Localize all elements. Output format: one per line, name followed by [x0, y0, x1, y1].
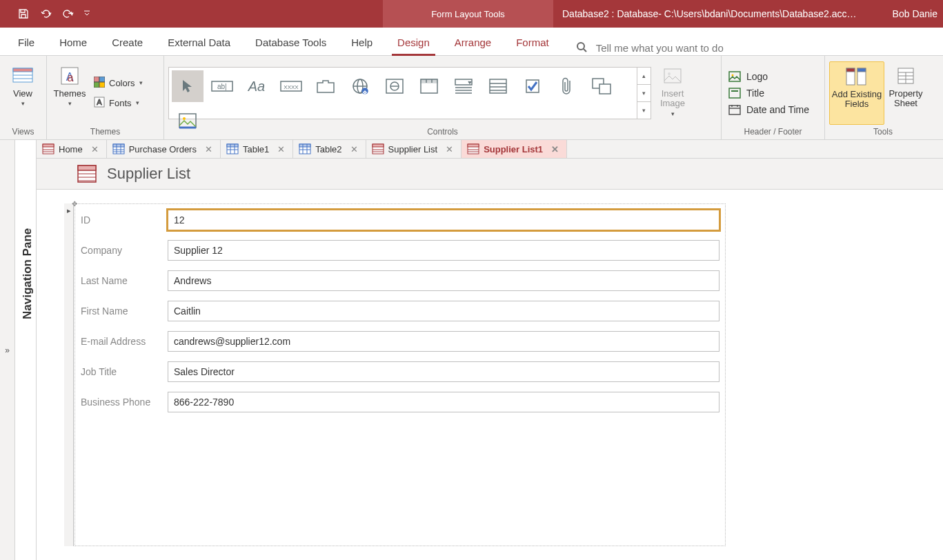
field-label[interactable]: First Name: [81, 306, 168, 317]
colors-button[interactable]: Colors ▾: [91, 75, 146, 91]
svg-rect-2: [13, 68, 32, 72]
close-icon[interactable]: ✕: [277, 144, 287, 154]
themes-button[interactable]: Aa Themes ▾: [51, 61, 88, 125]
themes-label: Themes: [54, 89, 86, 99]
tab-arrange[interactable]: Arrange: [442, 30, 504, 55]
webbrowser-control-icon[interactable]: [379, 70, 410, 102]
tell-me-input[interactable]: Tell me what you want to do: [596, 42, 724, 54]
group-header-footer: Logo Title Date and Time Header / Footer: [722, 56, 825, 139]
email-field[interactable]: candrews@supplier12.com: [168, 331, 719, 352]
doc-tab-supplier-list1[interactable]: Supplier List1 ✕: [461, 140, 567, 158]
save-icon[interactable]: [14, 4, 33, 23]
group-tools: Add Existing Fields Property Sheet Tools: [825, 56, 941, 139]
field-label[interactable]: E-mail Address: [81, 336, 168, 347]
company-field[interactable]: Supplier 12: [168, 240, 719, 261]
doc-tab-label: Table2: [315, 144, 341, 154]
combobox-control-icon[interactable]: [448, 70, 479, 102]
job-title-field[interactable]: Sales Director: [168, 361, 719, 382]
date-time-button[interactable]: Date and Time: [726, 103, 812, 117]
date-time-label: Date and Time: [746, 104, 809, 115]
business-phone-field[interactable]: 866-222-7890: [168, 392, 719, 412]
close-icon[interactable]: ✕: [91, 144, 101, 154]
close-icon[interactable]: ✕: [205, 144, 215, 154]
doc-tab-home[interactable]: Home ✕: [37, 140, 107, 158]
tab-home[interactable]: Home: [47, 30, 99, 55]
gallery-down-icon[interactable]: ▾: [637, 85, 651, 102]
label-control-icon[interactable]: Aa: [241, 70, 272, 102]
select-tool-icon[interactable]: [172, 70, 204, 102]
listbox-control-icon[interactable]: [482, 70, 514, 102]
svg-rect-8: [94, 77, 99, 82]
subform-control-icon[interactable]: [586, 70, 617, 102]
field-label[interactable]: ID: [81, 214, 168, 226]
doc-tab-label: Supplier List: [388, 144, 438, 154]
fonts-button[interactable]: A Fonts ▾: [91, 95, 146, 111]
field-label[interactable]: Company: [81, 245, 168, 256]
attachment-control-icon[interactable]: [551, 70, 583, 102]
redo-dropdown-icon[interactable]: ▾: [70, 10, 74, 17]
gallery-more-icon[interactable]: ▾: [637, 102, 651, 119]
insert-image-button[interactable]: Insert Image ▾: [654, 61, 691, 125]
customize-qat-icon[interactable]: [80, 10, 94, 17]
tab-design[interactable]: Design: [385, 30, 442, 55]
image-control-icon[interactable]: [172, 105, 204, 137]
navigation-control-icon[interactable]: [413, 70, 445, 102]
fonts-label: Fonts: [109, 98, 132, 108]
tab-help[interactable]: Help: [339, 30, 385, 55]
undo-icon[interactable]: ▾: [36, 4, 55, 23]
record-selector[interactable]: [64, 203, 74, 546]
close-icon[interactable]: ✕: [446, 144, 455, 154]
nav-pane-toggle[interactable]: »: [0, 140, 15, 560]
close-icon[interactable]: ✕: [551, 144, 561, 154]
form-header-icon: [77, 164, 97, 183]
button-control-icon[interactable]: XXXX: [275, 70, 307, 102]
field-row-email: E-mail Address candrews@supplier12.com: [81, 331, 719, 352]
first-name-field[interactable]: Caitlin: [168, 301, 719, 321]
add-existing-fields-icon: [845, 65, 868, 88]
id-field[interactable]: 12: [168, 210, 719, 230]
undo-dropdown-icon[interactable]: ▾: [48, 10, 52, 17]
doc-tab-purchase-orders[interactable]: Purchase Orders ✕: [107, 140, 221, 158]
tab-control-icon[interactable]: [310, 70, 341, 102]
form-title[interactable]: Supplier List: [107, 165, 190, 183]
checkbox-control-icon[interactable]: [517, 70, 548, 102]
svg-point-42: [183, 117, 186, 120]
tab-format[interactable]: Format: [504, 30, 562, 55]
add-existing-fields-button[interactable]: Add Existing Fields: [829, 61, 884, 125]
last-name-field[interactable]: Andrews: [168, 270, 719, 291]
doc-tab-label: Purchase Orders: [129, 144, 197, 154]
property-sheet-button[interactable]: Property Sheet: [887, 61, 924, 125]
window-title: Database2 : Database- C:\Users\bdani\Doc…: [562, 0, 888, 28]
tab-file[interactable]: File: [6, 30, 47, 55]
title-button[interactable]: Title: [726, 86, 812, 100]
doc-tab-table1[interactable]: Table1 ✕: [221, 140, 293, 158]
layout-selector-icon[interactable]: ✥: [71, 200, 78, 207]
nav-pane-label[interactable]: Navigation Pane: [21, 228, 34, 319]
colors-icon: [94, 77, 105, 90]
field-row-first-name: First Name Caitlin: [81, 301, 719, 321]
view-button[interactable]: View ▾: [4, 61, 41, 125]
field-label[interactable]: Last Name: [81, 275, 168, 286]
user-name[interactable]: Bob Danie: [893, 0, 937, 28]
close-icon[interactable]: ✕: [350, 144, 360, 154]
title-label: Title: [746, 88, 764, 99]
textbox-control-icon[interactable]: ab|: [206, 70, 238, 102]
svg-text:A: A: [97, 98, 102, 106]
property-sheet-icon: [894, 64, 917, 88]
field-label[interactable]: Job Title: [81, 366, 168, 377]
gallery-up-icon[interactable]: ▴: [637, 68, 651, 85]
doc-tab-supplier-list[interactable]: Supplier List ✕: [366, 140, 462, 158]
search-icon[interactable]: [575, 41, 588, 55]
tab-external-data[interactable]: External Data: [155, 30, 243, 55]
svg-rect-57: [857, 68, 866, 72]
doc-tab-table2[interactable]: Table2 ✕: [293, 140, 366, 158]
tab-create[interactable]: Create: [99, 30, 155, 55]
hyperlink-control-icon[interactable]: [344, 70, 376, 102]
document-tabs: Home ✕ Purchase Orders ✕ Table1 ✕ Table2…: [37, 140, 943, 159]
logo-button[interactable]: Logo: [726, 70, 812, 83]
form-layout-grid: ✥ ID 12 Company Supplier 12 Last Name An…: [75, 203, 726, 546]
tab-database-tools[interactable]: Database Tools: [243, 30, 339, 55]
add-existing-fields-label: Add Existing Fields: [832, 90, 882, 110]
redo-icon[interactable]: ▾: [58, 4, 77, 23]
field-label[interactable]: Business Phone: [81, 397, 168, 408]
